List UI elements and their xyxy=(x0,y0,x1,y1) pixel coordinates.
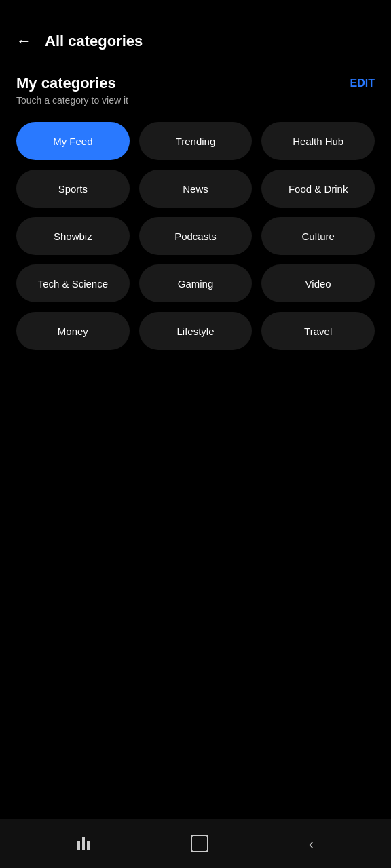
page-title: All categories xyxy=(45,33,143,50)
category-showbiz[interactable]: Showbiz xyxy=(16,217,130,255)
category-sports[interactable]: Sports xyxy=(16,170,130,208)
category-lifestyle[interactable]: Lifestyle xyxy=(139,312,253,350)
categories-grid: My Feed Trending Health Hub Sports News … xyxy=(16,122,375,350)
home-icon xyxy=(191,835,208,852)
categories-section: My categories Touch a category to view i… xyxy=(0,64,391,366)
category-news[interactable]: News xyxy=(139,170,253,208)
category-trending[interactable]: Trending xyxy=(139,122,253,160)
category-money[interactable]: Money xyxy=(16,312,130,350)
category-my-feed[interactable]: My Feed xyxy=(16,122,130,160)
recents-button[interactable] xyxy=(77,837,90,850)
edit-button[interactable]: EDIT xyxy=(350,75,375,90)
back-nav-icon: ‹ xyxy=(309,836,314,852)
section-header: My categories Touch a category to view i… xyxy=(16,75,375,106)
category-podcasts[interactable]: Podcasts xyxy=(139,217,253,255)
category-gaming[interactable]: Gaming xyxy=(139,264,253,302)
recents-icon xyxy=(77,837,90,850)
category-food-drink[interactable]: Food & Drink xyxy=(261,170,375,208)
category-travel[interactable]: Travel xyxy=(261,312,375,350)
header: ← All categories xyxy=(0,0,391,64)
bottom-nav: ‹ xyxy=(0,819,391,868)
category-video[interactable]: Video xyxy=(261,264,375,302)
category-health-hub[interactable]: Health Hub xyxy=(261,122,375,160)
category-tech-science[interactable]: Tech & Science xyxy=(16,264,130,302)
section-title: My categories xyxy=(16,75,128,92)
back-nav-button[interactable]: ‹ xyxy=(309,836,314,852)
category-culture[interactable]: Culture xyxy=(261,217,375,255)
section-subtitle: Touch a category to view it xyxy=(16,95,128,106)
section-title-group: My categories Touch a category to view i… xyxy=(16,75,128,106)
back-button[interactable]: ← xyxy=(16,33,31,50)
home-button[interactable] xyxy=(191,835,208,852)
